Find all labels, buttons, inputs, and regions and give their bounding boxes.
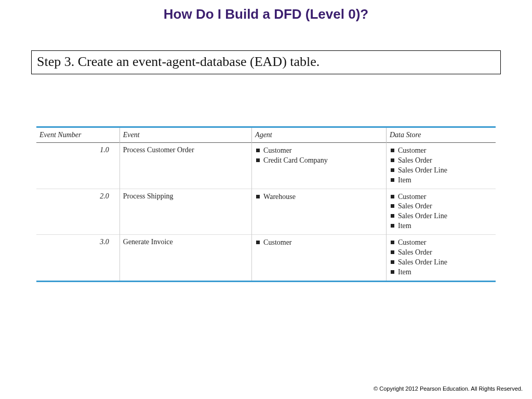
col-event-number: Event Number [36,127,119,143]
cell-data-store: CustomerSales OrderSales Order LineItem [387,235,496,282]
table-row: 3.0Generate InvoiceCustomerCustomerSales… [36,235,496,282]
list-item: Sales Order Line [390,258,490,268]
list-item: Item [390,221,490,231]
list-item: Customer [390,192,490,202]
list-item: Credit Card Company [255,156,381,166]
list-item: Item [390,176,490,185]
cell-agent: Warehouse [252,189,387,235]
list-item: Sales Order [390,248,490,258]
list-item: Sales Order Line [390,166,490,176]
list-item: Warehouse [255,192,381,202]
cell-event: Generate Invoice [119,235,251,282]
table-row: 1.0Process Customer OrderCustomerCredit … [36,143,496,189]
cell-event-number: 3.0 [36,235,119,282]
list-item: Item [390,268,490,277]
col-data-store: Data Store [387,127,496,143]
list-item: Sales Order [390,202,490,211]
cell-event-number: 1.0 [36,143,119,189]
col-agent: Agent [252,127,387,143]
col-event: Event [119,127,251,143]
list-item: Sales Order [390,156,490,166]
list-item: Customer [255,146,381,156]
list-item: Customer [390,146,490,156]
cell-data-store: CustomerSales OrderSales Order LineItem [387,143,496,189]
cell-agent: CustomerCredit Card Company [252,143,387,189]
list-item: Customer [390,238,490,248]
cell-data-store: CustomerSales OrderSales Order LineItem [387,189,496,235]
cell-event: Process Shipping [119,189,251,235]
cell-event-number: 2.0 [36,189,119,235]
ead-table-container: Event Number Event Agent Data Store 1.0P… [36,126,496,282]
table-body: 1.0Process Customer OrderCustomerCredit … [36,143,496,282]
cell-agent: Customer [252,235,387,282]
ead-table: Event Number Event Agent Data Store 1.0P… [36,126,496,282]
table-header-row: Event Number Event Agent Data Store [36,127,496,143]
step-heading: Step 3. Create an event-agent-database (… [31,50,501,74]
list-item: Sales Order Line [390,211,490,221]
list-item: Customer [255,238,381,248]
page-title: How Do I Build a DFD (Level 0)? [0,0,532,22]
table-row: 2.0Process ShippingWarehouseCustomerSale… [36,189,496,235]
cell-event: Process Customer Order [119,143,251,189]
copyright-notice: © Copyright 2012 Pearson Education. All … [374,385,523,392]
